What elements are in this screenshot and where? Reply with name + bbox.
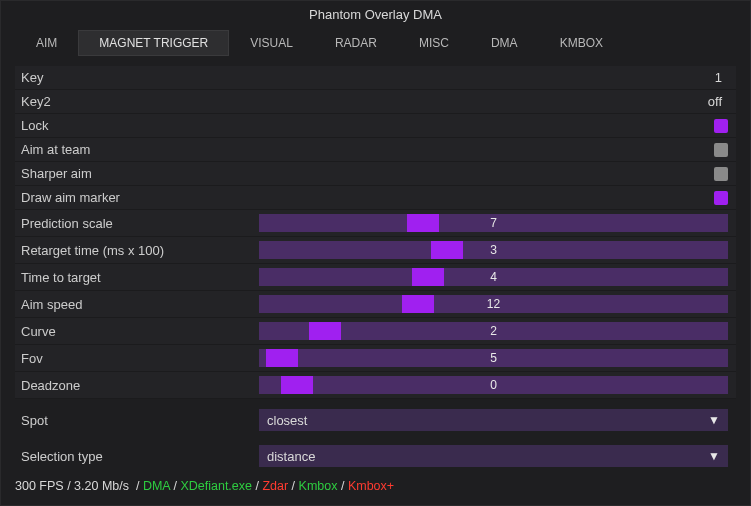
row-ttt: Time to target 4: [15, 264, 736, 291]
tab-radar[interactable]: RADAR: [314, 30, 398, 56]
slider-curve[interactable]: 2: [259, 322, 728, 340]
tab-misc[interactable]: MISC: [398, 30, 470, 56]
row-fov: Fov 5: [15, 345, 736, 372]
tab-magnet[interactable]: MAGNET TRIGGER: [78, 30, 229, 56]
title-bar: Phantom Overlay DMA: [1, 1, 750, 30]
row-predscale: Prediction scale 7: [15, 210, 736, 237]
label-fov: Fov: [19, 351, 259, 366]
row-retarget: Retarget time (ms x 100) 3: [15, 237, 736, 264]
slider-deadzone[interactable]: 0: [259, 376, 728, 394]
row-key[interactable]: Key 1: [15, 66, 736, 90]
window-title: Phantom Overlay DMA: [309, 7, 442, 22]
label-lock: Lock: [19, 118, 259, 133]
chevron-down-icon: ▼: [708, 449, 720, 463]
row-lock: Lock: [15, 114, 736, 138]
label-key2: Key2: [19, 94, 259, 109]
status-dma: DMA: [143, 479, 170, 493]
tab-dma[interactable]: DMA: [470, 30, 539, 56]
value-key: 1: [715, 70, 728, 85]
slider-predscale[interactable]: 7: [259, 214, 728, 232]
status-bandwidth: 3.20 Mb/s: [74, 479, 129, 493]
label-curve: Curve: [19, 324, 259, 339]
chevron-down-icon: ▼: [708, 413, 720, 427]
slider-speed[interactable]: 12: [259, 295, 728, 313]
label-marker: Draw aim marker: [19, 190, 259, 205]
settings-panel: Key 1 Key2 off Lock Aim at team Sharper …: [1, 60, 750, 469]
toggle-sharper[interactable]: [714, 167, 728, 181]
slider-retarget[interactable]: 3: [259, 241, 728, 259]
label-spot: Spot: [19, 413, 259, 428]
row-spot: Spot closest▼: [15, 405, 736, 435]
tab-visual[interactable]: VISUAL: [229, 30, 314, 56]
status-kmbox: Kmbox: [299, 479, 338, 493]
tab-aim[interactable]: AIM: [15, 30, 78, 56]
value-key2: off: [708, 94, 728, 109]
status-zdar: Zdar: [262, 479, 288, 493]
row-curve: Curve 2: [15, 318, 736, 345]
label-key: Key: [19, 70, 259, 85]
row-aimteam: Aim at team: [15, 138, 736, 162]
tab-bar: AIMMAGNET TRIGGERVISUALRADARMISCDMAKMBOX: [1, 30, 750, 60]
label-aimteam: Aim at team: [19, 142, 259, 157]
status-kmboxp: Kmbox+: [348, 479, 394, 493]
label-speed: Aim speed: [19, 297, 259, 312]
label-retarget: Retarget time (ms x 100): [19, 243, 259, 258]
slider-ttt[interactable]: 4: [259, 268, 728, 286]
slider-fov[interactable]: 5: [259, 349, 728, 367]
label-deadzone: Deadzone: [19, 378, 259, 393]
toggle-marker[interactable]: [714, 191, 728, 205]
app-window: Phantom Overlay DMA AIMMAGNET TRIGGERVIS…: [0, 0, 751, 506]
toggle-aimteam[interactable]: [714, 143, 728, 157]
status-bar: 300 FPS / 3.20 Mb/s / DMA / XDefiant.exe…: [1, 469, 750, 505]
row-marker: Draw aim marker: [15, 186, 736, 210]
select-spot[interactable]: closest▼: [259, 409, 728, 431]
label-ttt: Time to target: [19, 270, 259, 285]
row-sharper: Sharper aim: [15, 162, 736, 186]
label-predscale: Prediction scale: [19, 216, 259, 231]
row-seltype: Selection type distance▼: [15, 441, 736, 469]
label-sharper: Sharper aim: [19, 166, 259, 181]
status-fps: 300 FPS: [15, 479, 64, 493]
tab-kmbox[interactable]: KMBOX: [539, 30, 624, 56]
status-exe: XDefiant.exe: [180, 479, 252, 493]
toggle-lock[interactable]: [714, 119, 728, 133]
row-key2[interactable]: Key2 off: [15, 90, 736, 114]
label-seltype: Selection type: [19, 449, 259, 464]
select-seltype[interactable]: distance▼: [259, 445, 728, 467]
row-deadzone: Deadzone 0: [15, 372, 736, 399]
row-speed: Aim speed 12: [15, 291, 736, 318]
